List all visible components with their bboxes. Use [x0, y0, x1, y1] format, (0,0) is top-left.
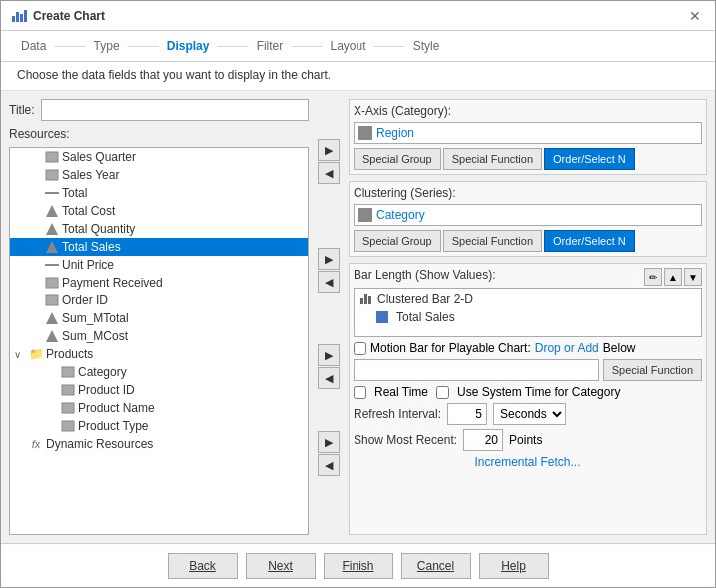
finish-button[interactable]: Finish	[324, 553, 393, 579]
tree-item[interactable]: Product Type	[10, 417, 308, 435]
footer: Back Next Finish Cancel Help	[1, 543, 715, 587]
c-special-group-btn[interactable]: Special Group	[354, 230, 441, 252]
step-type[interactable]: Type	[90, 39, 124, 53]
x-axis-field[interactable]: Region	[354, 122, 702, 144]
c-order-select-btn[interactable]: Order/Select N	[544, 230, 635, 252]
clustering-field[interactable]: Category	[354, 204, 702, 226]
step-data[interactable]: Data	[17, 39, 50, 53]
step-layout[interactable]: Layout	[326, 39, 369, 53]
tree-item-label: Products	[46, 347, 93, 361]
tree-item[interactable]: Category	[10, 363, 308, 381]
tree-item[interactable]: Payment Received	[10, 274, 308, 292]
tree-item-icon	[45, 204, 59, 218]
tree-item[interactable]: Sales Year	[10, 166, 308, 184]
edit-down-btn[interactable]: ▼	[684, 268, 702, 286]
recent-value-input[interactable]	[463, 429, 503, 451]
x-order-select-btn[interactable]: Order/Select N	[544, 148, 635, 170]
tree-item-icon	[61, 401, 75, 415]
tree-item[interactable]: Unit Price	[10, 256, 308, 274]
tree-item-label: Total Sales	[62, 240, 121, 254]
title-input[interactable]	[41, 99, 309, 121]
x-special-group-btn[interactable]: Special Group	[354, 148, 441, 170]
svg-rect-11	[46, 278, 58, 288]
tree-item-icon	[45, 240, 59, 254]
tree-item[interactable]: Total Sales	[10, 238, 308, 256]
bar-list-header: Bar Length (Show Values): ✏ ▲ ▼	[354, 268, 702, 286]
main-content: Title: Resources: Sales QuarterSales Yea…	[1, 91, 715, 543]
tree-item[interactable]: Sales Quarter	[10, 148, 308, 166]
tree-item-label: Category	[78, 365, 127, 379]
tree-item[interactable]: Product ID	[10, 381, 308, 399]
cluster-add-btn[interactable]: ▶	[318, 248, 340, 270]
title-bar: Create Chart ✕	[1, 1, 715, 31]
below-label: Below	[603, 341, 636, 355]
use-system-time-checkbox[interactable]	[436, 386, 449, 399]
cancel-button[interactable]: Cancel	[401, 553, 471, 579]
tree-item[interactable]: Total Cost	[10, 202, 308, 220]
x-axis-arrows: ▶ ◀	[318, 139, 340, 184]
help-button[interactable]: Help	[479, 553, 549, 579]
motion-row: Motion Bar for Playable Chart: Drop or A…	[354, 341, 702, 355]
x-special-function-btn[interactable]: Special Function	[443, 148, 542, 170]
tree-item-label: Unit Price	[62, 258, 114, 272]
tree-item-icon	[45, 294, 59, 307]
tree-item[interactable]: fxDynamic Resources	[10, 435, 308, 453]
x-axis-remove-btn[interactable]: ◀	[318, 162, 340, 184]
bar-add-btn[interactable]: ▶	[318, 344, 340, 366]
svg-rect-0	[12, 16, 15, 22]
tree-item[interactable]: Product Name	[10, 399, 308, 417]
tree-item-icon: 📁	[29, 347, 43, 361]
motion-arrows: ▶ ◀	[318, 431, 340, 476]
cluster-remove-btn[interactable]: ◀	[318, 271, 340, 293]
bar-arrows: ▶ ◀	[318, 344, 340, 389]
refresh-interval-row: Refresh Interval: Seconds	[354, 403, 702, 425]
options-row: Real Time Use System Time for Category	[354, 385, 702, 399]
tree-container[interactable]: Sales QuarterSales YearTotalTotal CostTo…	[9, 147, 309, 535]
bar-icons	[360, 294, 371, 304]
step-style[interactable]: Style	[409, 39, 444, 53]
tree-item[interactable]: Sum_MCost	[10, 327, 308, 345]
bar-chart-type-item: Clustered Bar 2-D	[357, 291, 699, 308]
incremental-fetch-link[interactable]: Incremental Fetch...	[354, 455, 702, 469]
step-display[interactable]: Display	[163, 39, 214, 53]
x-axis-add-btn[interactable]: ▶	[318, 139, 340, 161]
motion-checkbox[interactable]	[354, 342, 366, 355]
edit-pencil-btn[interactable]: ✏	[644, 268, 662, 286]
resources-label: Resources:	[9, 127, 309, 141]
seconds-select[interactable]: Seconds	[493, 403, 566, 425]
back-button[interactable]: Back	[168, 553, 238, 579]
dialog-title: Create Chart	[33, 9, 105, 23]
tree-item[interactable]: ∨📁Products	[10, 345, 308, 363]
bar-length-title: Bar Length (Show Values):	[354, 268, 496, 282]
close-button[interactable]: ✕	[685, 7, 705, 25]
bar-length-section: Bar Length (Show Values): ✏ ▲ ▼	[349, 263, 707, 535]
tree-item[interactable]: Total Quantity	[10, 220, 308, 238]
tree-item-icon	[45, 329, 59, 343]
next-button[interactable]: Next	[246, 553, 316, 579]
svg-rect-16	[62, 385, 74, 395]
x-axis-title: X-Axis (Category):	[354, 104, 702, 118]
motion-input[interactable]	[354, 359, 599, 381]
edit-up-btn[interactable]: ▲	[664, 268, 682, 286]
svg-rect-15	[62, 367, 74, 377]
special-function-btn[interactable]: Special Function	[603, 359, 702, 381]
step-filter[interactable]: Filter	[253, 39, 288, 53]
c-special-function-btn[interactable]: Special Function	[443, 230, 542, 252]
motion-remove-btn[interactable]: ◀	[318, 454, 340, 476]
tree-item[interactable]: Sum_MTotal	[10, 309, 308, 327]
motion-add-btn[interactable]: ▶	[318, 431, 340, 453]
tree-item-icon	[45, 311, 59, 325]
tree-item[interactable]: Order ID	[10, 292, 308, 309]
tree-item[interactable]: Total	[10, 184, 308, 202]
left-panel: Title: Resources: Sales QuarterSales Yea…	[9, 99, 309, 535]
bar-list: Clustered Bar 2-D Total Sales	[354, 288, 702, 337]
real-time-checkbox[interactable]	[354, 386, 366, 399]
show-most-recent-row: Show Most Recent: Points	[354, 429, 702, 451]
c-button-row: Special Group Special Function Order/Sel…	[354, 230, 702, 252]
tree-item-label: Sales Quarter	[62, 150, 136, 164]
title-bar-left: Create Chart	[11, 8, 105, 24]
bar-field-label: Total Sales	[396, 310, 455, 324]
tree-item-icon	[45, 276, 59, 290]
bar-remove-btn[interactable]: ◀	[318, 367, 340, 389]
refresh-interval-input[interactable]	[447, 403, 487, 425]
